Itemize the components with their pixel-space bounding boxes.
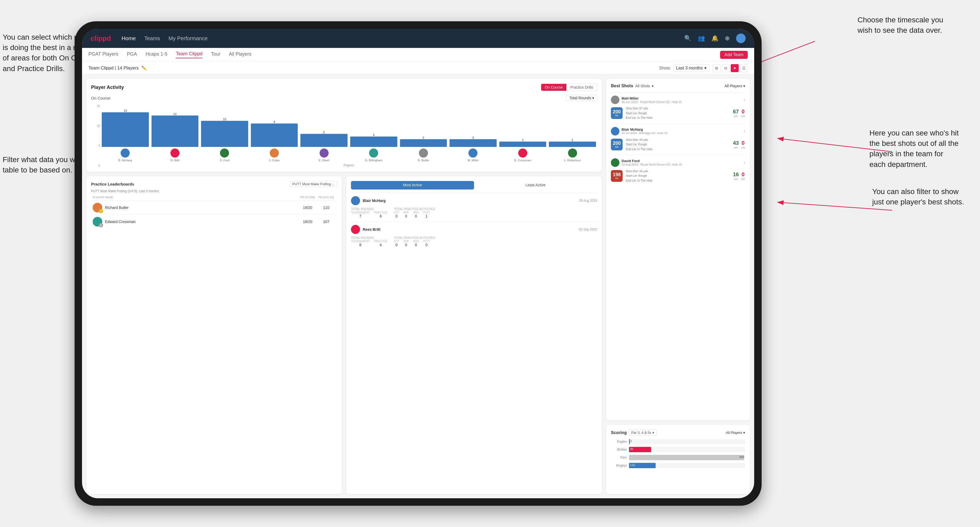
scoring-title: Scoring bbox=[611, 430, 627, 435]
bar-chart: 15 10 5 0 13 bbox=[91, 104, 597, 167]
nav-hcaps[interactable]: Hcaps 1-5 bbox=[145, 51, 167, 58]
player-avatar-5[interactable] bbox=[369, 149, 378, 157]
shot-player-header-0: Matt Miller 09 Jun 2023 · Royal North De… bbox=[611, 95, 745, 104]
active-avatar-0[interactable] bbox=[351, 196, 360, 205]
lb-header: Practice Leaderboards PUTT Must Make Put… bbox=[91, 181, 337, 187]
player-avatar-0[interactable] bbox=[121, 149, 130, 157]
users-icon[interactable]: 👥 bbox=[698, 35, 705, 42]
team-title: Team Clippd | 14 Players bbox=[88, 65, 139, 71]
active-player-header-0: Blair McHarg 26 Aug 2023 bbox=[351, 196, 597, 205]
shot-player-header-2: David Ford 24 Aug 2023 · Royal North Dev… bbox=[611, 158, 745, 167]
scoring-players-filter[interactable]: All Players ▾ bbox=[726, 431, 745, 435]
player-avatar-9[interactable] bbox=[568, 149, 577, 157]
tournament-stat-0: Tournament 7 bbox=[351, 211, 370, 218]
chevron-down-icon: ▾ bbox=[743, 431, 745, 435]
birdies-label: Birdies bbox=[611, 448, 627, 451]
least-active-tab[interactable]: Least Active bbox=[474, 181, 597, 189]
active-player-header-1: Rees Britt 02 Sep 2023 bbox=[351, 225, 597, 234]
shot-player-info-0: 09 Jun 2023 · Royal North Devon GC, Hole… bbox=[622, 100, 682, 103]
on-course-toggle[interactable]: On Course bbox=[541, 84, 567, 91]
bar-group-0: 13 bbox=[102, 109, 149, 147]
search-icon[interactable]: 🔍 bbox=[684, 35, 691, 42]
user-avatar[interactable] bbox=[736, 33, 746, 43]
lb-avatar-0[interactable]: 1 bbox=[93, 203, 102, 213]
active-date-0: 26 Aug 2023 bbox=[579, 199, 597, 203]
activity-card-header: Player Activity On Course Practice Drill… bbox=[91, 84, 597, 91]
best-shots-header: Best Shots All Shots ▾ All Players ▾ bbox=[611, 84, 745, 88]
timescale-dropdown[interactable]: Last 3 months ▾ bbox=[673, 64, 710, 72]
bar-group-4: 5 bbox=[301, 131, 347, 147]
player-col-2: D. Ford bbox=[201, 149, 248, 162]
player-col-0: B. McHarg bbox=[102, 149, 149, 162]
main-content: Player Activity On Course Practice Drill… bbox=[82, 75, 754, 498]
shot-badge-2: 198 SG bbox=[611, 170, 623, 182]
player-avatar-6[interactable] bbox=[419, 149, 428, 157]
chevron-right-icon-2[interactable]: › bbox=[743, 160, 745, 165]
practice-leaderboards-card: Practice Leaderboards PUTT Must Make Put… bbox=[86, 176, 342, 494]
add-team-button[interactable]: Add Team bbox=[720, 51, 748, 59]
scoring-filter-dropdown[interactable]: Par 3, 4 & 5s ▾ bbox=[629, 430, 657, 436]
grid-4-view[interactable]: ⊞ bbox=[713, 64, 721, 72]
edit-icon[interactable]: ✏️ bbox=[142, 65, 147, 71]
chevron-down-icon: ▾ bbox=[704, 65, 706, 71]
shot-player-name-1: Blair McHarg bbox=[622, 127, 667, 132]
player-avatar-3[interactable] bbox=[270, 149, 279, 157]
active-stats-1: Total Rounds Tournament 8 Practice bbox=[351, 236, 597, 247]
tablet-inner: clippd Home Teams My Performance 🔍 👥 🔔 ⊕… bbox=[82, 29, 754, 498]
shot-row-1: Blair McHarg 23 Jul 2023 · Ashridge GC, … bbox=[611, 124, 745, 155]
nav-item-teams[interactable]: Teams bbox=[144, 35, 160, 41]
shot-avatar-0[interactable] bbox=[611, 95, 619, 104]
nav-team-clippd[interactable]: Team Clippd bbox=[176, 51, 202, 58]
player-avatar-2[interactable] bbox=[220, 149, 229, 157]
player-avatar-4[interactable] bbox=[320, 149, 329, 157]
bell-icon[interactable]: 🔔 bbox=[711, 35, 719, 42]
y-axis: 15 10 5 0 bbox=[91, 104, 101, 167]
bar-group-1: 12 bbox=[151, 112, 199, 147]
lb-score-0: 19/20 bbox=[298, 205, 317, 210]
lb-avatar-1[interactable]: 2 bbox=[93, 217, 102, 227]
player-col-5: G. Billingham bbox=[350, 149, 397, 162]
player-avatar-7[interactable] bbox=[468, 149, 477, 157]
chart-filter-dropdown[interactable]: Total Rounds ▾ bbox=[566, 95, 597, 101]
nav-item-performance[interactable]: My Performance bbox=[169, 35, 208, 41]
practice-drills-toggle[interactable]: Practice Drills bbox=[566, 84, 597, 91]
card-view[interactable]: ♥ bbox=[731, 64, 739, 72]
practice-stat-0: Practice 6 bbox=[374, 211, 387, 218]
chart-section-header: On Course Total Rounds ▾ bbox=[91, 95, 597, 101]
active-avatar-1[interactable] bbox=[351, 225, 360, 234]
tablet-shell: clippd Home Teams My Performance 🔍 👥 🔔 ⊕… bbox=[75, 21, 762, 506]
nav-items: Home Teams My Performance bbox=[122, 35, 684, 41]
rounds-group-1: Total Rounds Tournament 8 Practice bbox=[351, 236, 387, 247]
nav-tour[interactable]: Tour bbox=[211, 51, 220, 58]
best-shots-card: Best Shots All Shots ▾ All Players ▾ bbox=[606, 79, 750, 421]
all-shots-filter[interactable]: All Shots ▾ bbox=[635, 84, 654, 88]
scoring-bars: Eagles 3 Birdies bbox=[611, 439, 745, 468]
shot-info-0: Shot Dist: 67 yds Start Lie: Rough End L… bbox=[626, 106, 730, 120]
nav-pga[interactable]: PGA bbox=[127, 51, 137, 58]
player-avatar-1[interactable] bbox=[170, 149, 180, 157]
chevron-right-icon-0[interactable]: › bbox=[743, 97, 745, 103]
all-players-filter[interactable]: All Players ▾ bbox=[725, 84, 745, 88]
shot-player-header-1: Blair McHarg 23 Jul 2023 · Ashridge GC, … bbox=[611, 127, 745, 135]
most-active-tab[interactable]: Most Active bbox=[351, 181, 474, 189]
shot-avatar-1[interactable] bbox=[611, 127, 619, 135]
top-nav: clippd Home Teams My Performance 🔍 👥 🔔 ⊕ bbox=[82, 29, 754, 48]
nav-item-home[interactable]: Home bbox=[122, 35, 136, 41]
bar-group-7: 3 bbox=[450, 136, 497, 147]
eagles-bar: 3 bbox=[629, 439, 745, 444]
list-view[interactable]: ☰ bbox=[740, 64, 748, 72]
shot-metrics-2: 16 yds 0 yds bbox=[733, 171, 745, 181]
grid-3-view[interactable]: ⊟ bbox=[722, 64, 730, 72]
shot-avatar-2[interactable] bbox=[611, 158, 619, 167]
nav-all-players[interactable]: All Players bbox=[229, 51, 252, 58]
lb-subtitle: PUTT Must Make Putting (3-6 ft), Last 3 … bbox=[91, 189, 337, 193]
lb-col-headers: PLAYER NAME PB SCORE PB AVG SQ bbox=[91, 195, 337, 199]
lb-dropdown[interactable]: PUTT Must Make Putting ... bbox=[290, 181, 337, 187]
lb-row-0: 1 Richard Butler 19/20 110 bbox=[91, 200, 337, 214]
lb-avg-0: 110 bbox=[317, 205, 336, 210]
app-container: clippd Home Teams My Performance 🔍 👥 🔔 ⊕… bbox=[82, 29, 754, 498]
plus-circle-icon[interactable]: ⊕ bbox=[725, 35, 730, 42]
player-avatar-8[interactable] bbox=[518, 149, 527, 157]
nav-pgat[interactable]: PGAT Players bbox=[88, 51, 118, 58]
chevron-right-icon-1[interactable]: › bbox=[743, 128, 745, 134]
